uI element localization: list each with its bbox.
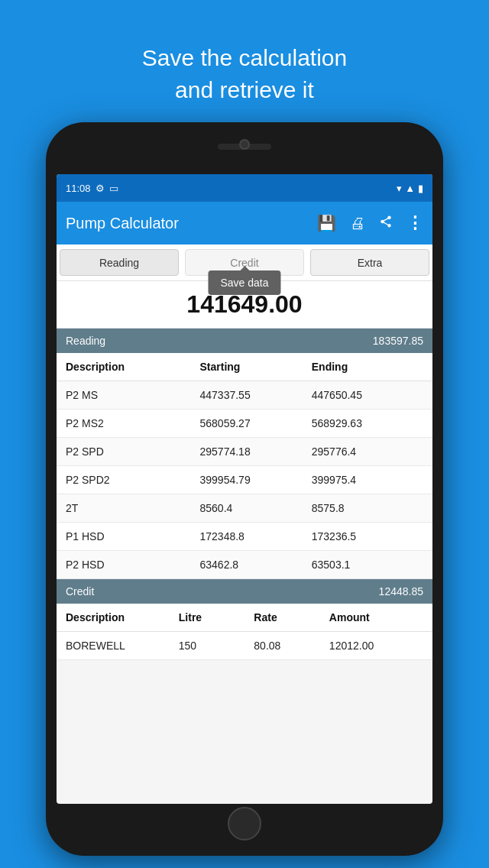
tab-extra[interactable]: Extra [310, 249, 429, 276]
home-button[interactable] [228, 807, 261, 840]
reading-table-header: Description Starting Ending [57, 353, 432, 381]
table-row: P2 SPD2 399954.79 399975.4 [57, 466, 432, 494]
credit-table-body: BOREWELL 150 80.08 12012.00 [57, 632, 432, 660]
table-row: P2 MS 447337.55 447650.45 [57, 381, 432, 410]
reading-table: Description Starting Ending P2 MS 447337… [57, 353, 432, 579]
status-right: ▾ ▲ ▮ [397, 183, 423, 194]
credit-section-header: Credit 12448.85 [57, 579, 432, 604]
wifi-icon: ▾ [397, 183, 402, 194]
table-row: P2 HSD 63462.8 63503.1 [57, 551, 432, 579]
table-row: P1 HSD 172348.8 173236.5 [57, 523, 432, 551]
save-icon[interactable]: 💾 [317, 214, 336, 232]
table-row: P2 SPD 295774.18 295776.4 [57, 438, 432, 466]
credit-row: BOREWELL 150 80.08 12012.00 [57, 632, 432, 660]
save-data-tooltip: Save data [208, 270, 280, 295]
phone-shell: 11:08 ⚙ ▭ ▾ ▲ ▮ Pump Calculator 💾 🖨 [46, 122, 443, 856]
tagline-line2: and retrieve it [175, 77, 314, 102]
phone-camera [239, 139, 250, 150]
battery-full-icon: ▮ [418, 183, 423, 194]
credit-table: Description Litre Rate Amount BOREWELL 1… [57, 604, 432, 660]
tab-bar: Reading Credit Extra Save data [57, 245, 432, 281]
screen: 11:08 ⚙ ▭ ▾ ▲ ▮ Pump Calculator 💾 🖨 [57, 174, 432, 804]
table-row: P2 MS2 568059.27 568929.63 [57, 410, 432, 438]
table-row: 2T 8560.4 8575.8 [57, 494, 432, 523]
credit-table-header: Description Litre Rate Amount [57, 604, 432, 632]
app-title: Pump Calculator [66, 215, 317, 232]
tagline-line1: Save the calculation [142, 45, 348, 70]
app-bar: Pump Calculator 💾 🖨 ⋮ [57, 202, 432, 245]
more-menu-icon[interactable]: ⋮ [406, 213, 423, 233]
settings-icon: ⚙ [96, 183, 105, 194]
app-bar-icons: 💾 🖨 ⋮ [317, 213, 423, 233]
share-icon[interactable] [379, 215, 393, 232]
status-bar: 11:08 ⚙ ▭ ▾ ▲ ▮ [57, 174, 432, 202]
battery-icon: ▭ [109, 183, 118, 194]
reading-section-header: Reading 183597.85 [57, 329, 432, 353]
print-icon[interactable]: 🖨 [350, 215, 365, 232]
signal-icon: ▲ [405, 183, 415, 194]
time-display: 11:08 [66, 183, 91, 194]
tab-reading[interactable]: Reading [60, 249, 179, 276]
reading-table-body: P2 MS 447337.55 447650.45 P2 MS2 568059.… [57, 381, 432, 579]
background-tagline: Save the calculation and retrieve it [0, 0, 489, 106]
status-left: 11:08 ⚙ ▭ [66, 183, 118, 194]
